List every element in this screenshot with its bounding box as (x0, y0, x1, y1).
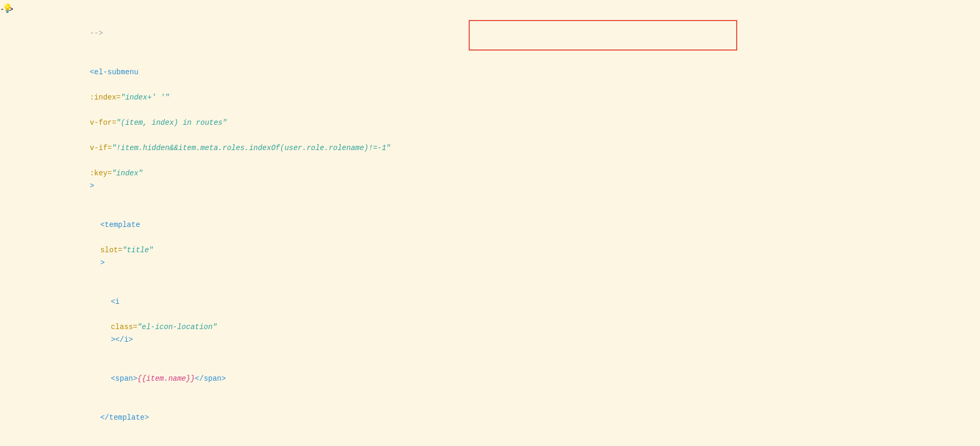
code-editor: 💡 --> --> <el-submenu :index="index+' '"… (0, 0, 980, 446)
line-text: <span>{{item.name}}</span> (21, 360, 980, 398)
line-text: <!-- 遍历出路由表index.js文件中children节点的数据--> (21, 438, 980, 446)
lightbulb-icon: 💡 (2, 3, 13, 14)
line-text: <template slot="title" > (21, 206, 980, 282)
line-text: <el-submenu :index="index+' '" v-for="(i… (21, 53, 980, 205)
code-line: --> (0, 14, 980, 53)
line-text: <i class="el-icon-location" ></i> (21, 283, 980, 359)
code-line: <template slot="title" > (0, 205, 980, 282)
code-line: <i class="el-icon-location" ></i> (0, 282, 980, 359)
code-line: <!-- 遍历出路由表index.js文件中children节点的数据--> (0, 437, 980, 446)
code-line: </template> (0, 398, 980, 437)
code-line: <el-submenu :index="index+' '" v-for="(i… (0, 53, 980, 205)
code-line: <span>{{item.name}}</span> (0, 359, 980, 398)
line-text: --> (21, 14, 980, 52)
line-text: </template> (21, 399, 980, 437)
